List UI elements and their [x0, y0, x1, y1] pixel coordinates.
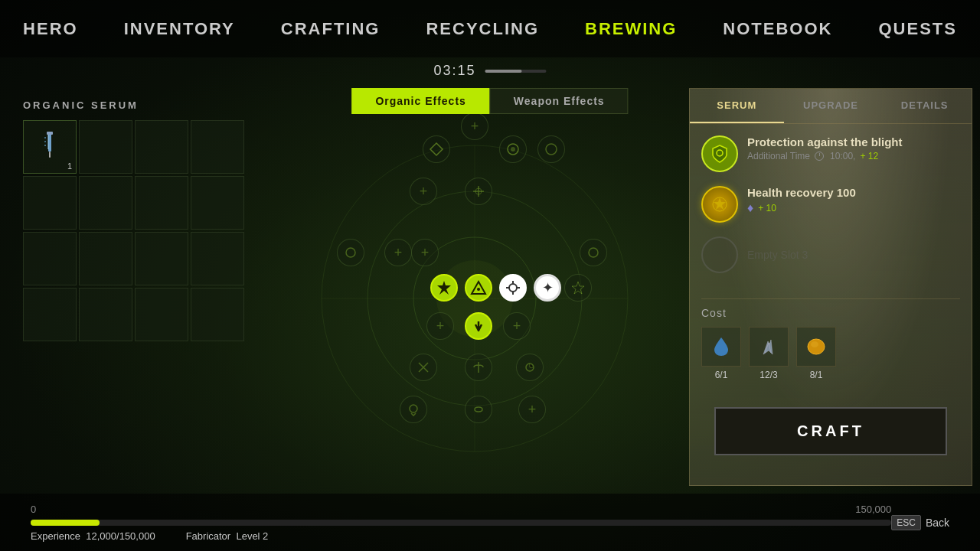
experience-val: 12,000/150,000 — [86, 530, 155, 542]
top-navigation: HERO INVENTORY CRAFTING RECYCLING BREWIN… — [0, 0, 980, 57]
experience-label: Experience — [31, 530, 80, 542]
inventory-slot-7[interactable] — [135, 176, 188, 230]
brew-slot-vbtm-left[interactable] — [400, 396, 427, 423]
fabricator-val: Level 2 — [236, 530, 268, 542]
inventory-slot-6[interactable] — [79, 176, 132, 230]
slot-1-count: 1 — [67, 161, 72, 171]
effect-info-1: Protection against the blight Additional… — [747, 135, 960, 161]
svg-point-16 — [346, 248, 355, 257]
nav-hero[interactable]: HERO — [23, 19, 78, 39]
nav-brewing[interactable]: BREWING — [585, 19, 677, 39]
back-button[interactable]: ESC Back — [891, 515, 949, 530]
nav-crafting[interactable]: CRAFTING — [281, 19, 381, 39]
brew-slot-bottom-center[interactable] — [465, 312, 492, 340]
inventory-slot-16[interactable] — [191, 288, 244, 341]
bottom-bar: 0 150,000 Experience 12,000/150,000 Fabr… — [0, 494, 980, 551]
inventory-slot-13[interactable] — [23, 288, 77, 341]
cost-items: 6/1 12/3 8 — [701, 327, 960, 380]
details-tab[interactable]: Details — [877, 89, 972, 123]
syringe-icon — [38, 132, 61, 162]
effect-time-val: 10:00, — [830, 151, 855, 161]
brew-slot-right-outer[interactable] — [580, 239, 607, 266]
timer-progress-bar — [485, 70, 547, 73]
brew-slot-top-left1[interactable] — [423, 135, 450, 163]
inventory-slot-12[interactable] — [191, 232, 244, 285]
craft-button[interactable]: CRAFT — [714, 407, 947, 455]
effect-plus-val-1: + 12 — [860, 151, 878, 161]
cost-item-2: 12/3 — [749, 327, 789, 380]
brew-slot-btm2-center[interactable] — [465, 354, 492, 381]
inventory-slot-5[interactable] — [23, 176, 77, 230]
left-panel: ORGANIC SERUM 1 — [23, 99, 268, 341]
brew-slot-top-right1[interactable] — [499, 135, 527, 163]
inventory-slot-11[interactable] — [135, 232, 188, 285]
brew-slot-btm2-right[interactable] — [516, 354, 544, 381]
nav-quests[interactable]: QUESTS — [878, 19, 956, 39]
upgrade-tab[interactable]: Upgrade — [784, 89, 878, 123]
inventory-slot-8[interactable] — [191, 176, 244, 230]
effect-sub-1: Additional Time 10:00, + 12 — [747, 151, 960, 161]
cost-label: Cost — [701, 307, 960, 319]
effect-empty-slot[interactable]: Empty Slot 3 — [701, 236, 960, 273]
cost-qty-2: 12/3 — [760, 370, 777, 380]
right-panel: Serum Upgrade Details Protection against… — [689, 88, 972, 486]
svg-point-17 — [589, 248, 598, 257]
brew-slot-btm-right[interactable]: + — [503, 312, 531, 340]
nav-notebook[interactable]: NOTEBOOK — [723, 19, 832, 39]
inventory-slot-3[interactable] — [135, 120, 188, 174]
brew-slot-center2[interactable] — [465, 274, 492, 302]
xp-labels: 0 150,000 — [31, 504, 891, 515]
brew-slot-mid-top[interactable] — [465, 178, 492, 205]
cost-item-1: 6/1 — [701, 327, 741, 380]
inventory-slot-10[interactable] — [79, 232, 132, 285]
effect-name-1: Protection against the blight — [747, 135, 960, 148]
cost-item-icon-3 — [796, 327, 836, 367]
left-panel-title: ORGANIC SERUM — [23, 99, 268, 111]
xp-min: 0 — [31, 504, 36, 515]
effect-name-2: Health recovery 100 — [747, 186, 960, 199]
brew-slot-vbtm-center[interactable] — [465, 396, 492, 423]
brew-slot-left-outer[interactable] — [337, 239, 364, 266]
weapon-effects-tab[interactable]: Weapon Effects — [490, 88, 629, 114]
svg-point-19 — [477, 288, 480, 291]
brew-slot-btm2-left[interactable] — [410, 354, 437, 381]
inventory-slot-1[interactable]: 1 — [23, 120, 77, 174]
effect-icon-health — [701, 186, 738, 223]
brew-slot-center1[interactable] — [430, 274, 458, 302]
brew-slot-top-right2[interactable] — [537, 135, 565, 163]
svg-rect-2 — [49, 152, 51, 158]
xp-bar-container: 0 150,000 Experience 12,000/150,000 Fabr… — [31, 504, 891, 542]
inventory-slot-14[interactable] — [79, 288, 132, 341]
cost-qty-1: 6/1 — [715, 370, 728, 380]
cost-qty-3: 8/1 — [810, 370, 823, 380]
inventory-grid: 1 — [23, 120, 268, 341]
nav-recycling[interactable]: RECYCLING — [426, 19, 539, 39]
brew-slot-center5[interactable] — [564, 274, 592, 302]
brew-slot-btm-left[interactable]: + — [426, 312, 454, 340]
xp-info: Experience 12,000/150,000 Fabricator Lev… — [31, 530, 891, 542]
svg-rect-1 — [47, 134, 49, 149]
serum-tab[interactable]: Serum — [690, 89, 784, 123]
brew-slot-inner-left[interactable]: + — [384, 239, 412, 266]
inventory-slot-2[interactable] — [79, 120, 132, 174]
svg-point-26 — [410, 405, 417, 412]
brew-slot-center3-selected[interactable] — [499, 274, 527, 302]
brew-slot-mid-top-left[interactable]: + — [410, 178, 437, 205]
inventory-slot-15[interactable] — [135, 288, 188, 341]
brew-slot-top[interactable]: + — [461, 112, 488, 140]
effect-sub-2: ♦ + 10 — [747, 201, 960, 215]
xp-max: 150,000 — [855, 504, 891, 515]
effect-empty-circle — [701, 236, 738, 273]
experience-info: Experience 12,000/150,000 — [31, 530, 155, 542]
cost-section: Cost 6/1 12/3 — [690, 299, 972, 392]
organic-effects-tab[interactable]: Organic Effects — [351, 88, 489, 114]
brew-slot-vbtm-right[interactable]: + — [518, 396, 546, 423]
brew-slot-inner-left2[interactable]: + — [411, 239, 439, 266]
effect-plus-val-2: + 10 — [758, 203, 776, 214]
brew-slot-center4[interactable]: ✦ — [534, 274, 561, 302]
inventory-slot-9[interactable] — [23, 232, 77, 285]
nav-inventory[interactable]: INVENTORY — [124, 19, 235, 39]
back-label: Back — [926, 517, 949, 529]
inventory-slot-4[interactable] — [191, 120, 244, 174]
fabricator-label: Fabricator — [186, 530, 231, 542]
